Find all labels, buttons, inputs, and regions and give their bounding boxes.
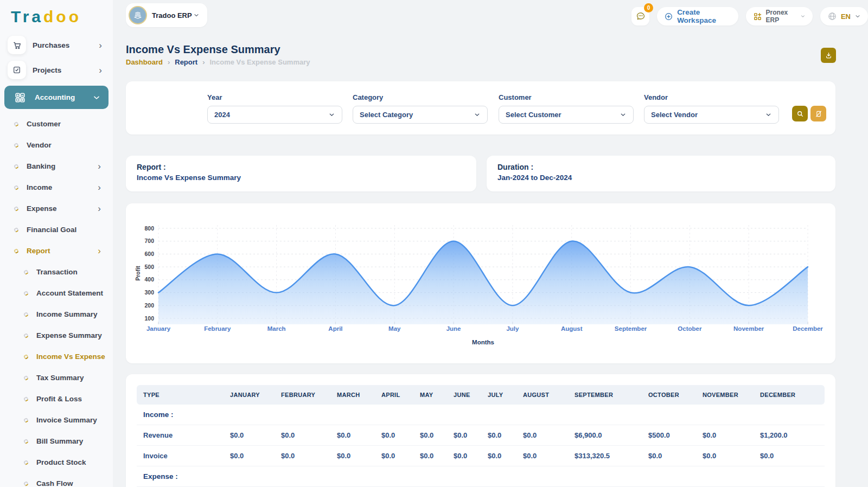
sidebar-item-label: Expense [27,204,98,213]
breadcrumb-dashboard-link[interactable]: Dashboard [126,58,163,66]
table-header-row: TYPEJANUARYFEBRUARYMARCHAPRILMAYJUNEJULY… [137,385,825,405]
download-icon [825,52,833,60]
bullet-icon [14,248,20,254]
sidebar-item-label: Projects [33,66,99,74]
column-header-april: APRIL [375,385,413,405]
y-axis-tick: 200 [144,302,154,309]
sidebar-item-product-stock[interactable]: Product Stock [0,452,113,473]
create-workspace-button[interactable]: Create Workspace [657,7,738,25]
filter-panel: Year 2024 Category Select Category Custo… [126,81,835,134]
column-header-may: MAY [413,385,447,405]
chevron-right-icon: › [98,246,113,255]
breadcrumb-current: Income Vs Expense Summary [209,58,310,66]
sidebar-item-tax-summary[interactable]: Tax Summary [0,367,113,388]
chevron-down-icon [328,111,335,118]
sidebar-item-label: Account Statement [36,289,113,297]
x-axis-tick: September [615,325,647,332]
column-header-august: AUGUST [516,385,568,405]
apply-filter-button[interactable] [792,106,808,121]
sidebar-item-cash-flow[interactable]: Cash Flow [0,473,113,487]
sidebar-item-transaction[interactable]: Transaction [0,261,113,283]
check-square-icon [8,61,26,79]
download-report-button[interactable] [821,48,836,63]
chevron-right-icon: › [98,162,113,171]
duration-value: Jan-2024 to Dec-2024 [497,174,825,182]
cell-value: $0.0 [330,425,375,446]
income-expense-table: TYPEJANUARYFEBRUARYMARCHAPRILMAYJUNEJULY… [137,385,825,487]
sidebar-item-profit-loss[interactable]: Profit & Loss [0,388,113,409]
sidebar-item-label: Bill Summary [36,437,113,445]
sidebar-item-financial-goal[interactable]: Financial Goal [0,219,113,240]
sidebar-item-income-vs-expense[interactable]: Income Vs Expense [0,346,113,367]
sidebar-item-accounting[interactable]: Accounting [4,86,108,109]
bullet-icon [23,332,29,338]
cell-value: $0.0 [375,425,413,446]
chevron-right-icon: › [98,204,113,213]
search-icon [796,110,804,118]
sidebar-item-expense[interactable]: Expense› [0,198,113,219]
sidebar-item-report[interactable]: Report› [0,240,113,261]
x-axis-tick: March [267,325,286,332]
chevron-down-icon [193,12,200,18]
sidebar-item-label: Tax Summary [36,374,113,382]
cell-value: $1,200.0 [754,425,825,446]
chevron-down-icon [620,111,627,118]
chevron-down-icon [800,13,806,20]
clear-filter-button[interactable] [810,106,826,121]
cell-value: $0.0 [696,425,754,446]
vendor-select[interactable]: Select Vendor [644,106,779,124]
x-axis-tick: January [146,325,171,332]
y-axis-tick: 300 [144,289,154,296]
sidebar-item-vendor[interactable]: Vendor [0,134,113,156]
breadcrumb-report-link[interactable]: Report [175,58,197,66]
row-type: Revenue [137,425,224,446]
column-header-february: FEBRUARY [275,385,330,405]
report-value: Income Vs Expense Summary [137,174,465,182]
sidebar-item-bill-summary[interactable]: Bill Summary [0,431,113,452]
bullet-icon [14,142,20,148]
sidebar-item-banking[interactable]: Banking› [0,156,113,177]
sidebar-item-account-statement[interactable]: Account Statement [0,283,113,304]
calculator-icon [11,88,29,107]
cell-value: $0.0 [224,446,275,466]
x-axis-tick: October [678,325,702,332]
workspace-selector[interactable]: Tradoo ERP [126,3,207,27]
language-selector[interactable]: EN [820,7,868,25]
erp-selector[interactable]: Pronex ERP [746,7,813,25]
bullet-icon [23,438,29,444]
section-name: Income : [137,405,224,425]
chat-button[interactable]: 0 [631,7,649,25]
x-axis-tick: August [561,325,583,332]
category-select[interactable]: Select Category [353,106,488,124]
sidebar-item-projects[interactable]: Projects › [0,57,113,82]
sidebar-item-label: Expense Summary [36,331,113,339]
sidebar-item-invoice-summary[interactable]: Invoice Summary [0,409,113,431]
y-axis-tick: 600 [144,251,154,257]
sidebar-item-label: Invoice Summary [36,416,113,424]
cell-value: $313,320.5 [568,446,642,466]
sidebar-item-income-summary[interactable]: Income Summary [0,304,113,325]
x-axis-label: Months [472,339,494,345]
logo-text-gold: doo [43,8,81,25]
sidebar-item-customer[interactable]: Customer [0,113,113,134]
summary-table-card: TYPEJANUARYFEBRUARYMARCHAPRILMAYJUNEJULY… [126,374,835,487]
cell-value: $0.0 [754,446,825,466]
column-header-september: SEPTEMBER [568,385,642,405]
bullet-icon [23,375,29,381]
app-logo[interactable]: Tradoo [0,0,113,26]
table-row-invoice: Invoice$0.0$0.0$0.0$0.0$0.0$0.0$0.0$0.0$… [137,446,825,466]
sidebar-item-label: Banking [27,162,98,170]
year-select[interactable]: 2024 [207,106,342,124]
bullet-icon [23,417,29,423]
sidebar-item-income[interactable]: Income› [0,177,113,198]
profit-chart-card: 800700600500400300200100JanuaryFebruaryM… [126,203,835,363]
column-header-june: JUNE [447,385,481,405]
breadcrumb-separator: › [202,58,205,66]
customer-select[interactable]: Select Customer [499,106,634,124]
column-header-november: NOVEMBER [696,385,754,405]
sidebar-item-purchases[interactable]: Purchases › [0,33,113,57]
sidebar-item-expense-summary[interactable]: Expense Summary [0,325,113,346]
bullet-icon [14,227,20,233]
bullet-icon [14,121,20,127]
bullet-icon [23,480,29,486]
